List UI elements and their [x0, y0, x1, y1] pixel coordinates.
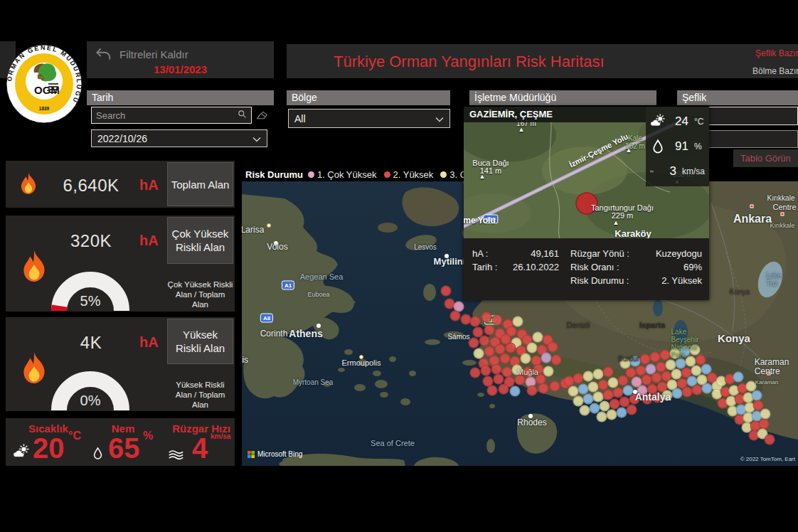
risk-point[interactable] [470, 316, 481, 327]
wind-icon [168, 447, 184, 466]
risk-point[interactable] [583, 371, 594, 382]
tarih-search-input[interactable] [92, 110, 238, 121]
risk-point[interactable] [670, 349, 681, 359]
link-bolme-bazinda[interactable]: Bölme Bazın [752, 66, 798, 76]
legend-item[interactable]: 1. Çok Yüksek [308, 169, 377, 180]
risk-point[interactable] [502, 367, 513, 378]
link-seflik-bazinda[interactable]: Şeflik Bazın [755, 48, 798, 58]
risk-point[interactable] [660, 350, 671, 361]
risk-point[interactable] [551, 355, 562, 366]
risk-point[interactable] [541, 353, 552, 363]
risk-point[interactable] [533, 364, 544, 375]
risk-point[interactable] [702, 383, 713, 394]
risk-point[interactable] [640, 354, 651, 365]
risk-point[interactable] [494, 374, 504, 385]
eraser-icon[interactable] [256, 110, 268, 121]
risk-point[interactable] [759, 419, 770, 430]
kpi-sublabel: Yüksek Riskli Alan / Toplam Alan [167, 380, 233, 410]
risk-point[interactable] [487, 385, 498, 396]
risk-point[interactable] [682, 387, 693, 398]
city-marker [528, 414, 533, 418]
risk-point[interactable] [461, 314, 472, 325]
clear-filters-label[interactable]: Filtreleri Kaldır [119, 48, 188, 60]
risk-point[interactable] [765, 435, 775, 445]
tooltip-stat-row: Rüzgar Yönü :Kuzeydogu [570, 248, 702, 259]
risk-point[interactable] [491, 364, 502, 375]
risk-point[interactable] [692, 385, 703, 395]
toplam-alan-button[interactable]: Toplam Alan [167, 162, 233, 206]
risk-point[interactable] [513, 316, 523, 327]
legend-label: 2. Yüksek [393, 169, 434, 180]
risk-point[interactable] [608, 378, 619, 388]
tarih-dropdown[interactable]: 2022/10/26 [91, 129, 267, 147]
risk-point[interactable] [617, 408, 627, 418]
stat-label: Risk Durumu : [570, 275, 629, 286]
risk-point[interactable] [450, 311, 461, 321]
peak-triangle-icon: ▲ [626, 147, 632, 154]
risk-point[interactable] [538, 383, 549, 394]
risk-point[interactable] [550, 381, 560, 392]
risk-point[interactable] [652, 393, 663, 403]
risk-point[interactable] [598, 380, 609, 390]
risk-point[interactable] [690, 345, 701, 356]
risk-point[interactable] [469, 338, 479, 349]
risk-point[interactable] [506, 343, 516, 353]
yuksek-riskli-alan-button[interactable]: Yüksek Riskli Alan [167, 319, 233, 364]
table-view-button[interactable]: Tablo Görün [733, 149, 798, 167]
stat-label: Tarih : [472, 262, 497, 272]
risk-point[interactable] [627, 405, 637, 415]
legend-dot [308, 171, 314, 178]
legend-item[interactable]: 2. Yüksek [384, 169, 434, 180]
risk-point[interactable] [580, 405, 590, 416]
risk-point[interactable] [597, 412, 607, 422]
risk-point[interactable] [512, 365, 523, 376]
risk-point[interactable] [500, 353, 511, 364]
road-shield: A8 [260, 314, 273, 323]
bolge-dropdown[interactable]: All [288, 109, 450, 128]
risk-point[interactable] [662, 390, 673, 401]
risk-point[interactable] [593, 369, 604, 380]
cok-yuksek-riskli-alan-button[interactable]: Çok Yüksek Riskli Alan [167, 217, 233, 264]
risk-point[interactable] [548, 342, 558, 353]
risk-point[interactable] [629, 394, 640, 405]
risk-point[interactable] [573, 373, 584, 384]
risk-point[interactable] [527, 343, 538, 353]
risk-point[interactable] [603, 367, 614, 378]
risk-point[interactable] [607, 410, 617, 420]
risk-point[interactable] [568, 386, 579, 397]
risk-point[interactable] [680, 346, 691, 357]
stat-value: Kuzeydogu [656, 248, 702, 259]
risk-point[interactable] [672, 388, 683, 399]
sun-cloud-icon [13, 444, 30, 464]
legend-label: 1. Çok Yüksek [317, 169, 377, 180]
page-title: Türkiye Orman Yangınları Risk Haritası [334, 53, 605, 71]
temp-unit: °C [68, 430, 81, 442]
risk-point[interactable] [752, 390, 762, 401]
risk-point[interactable] [642, 394, 653, 405]
risk-point[interactable] [527, 385, 538, 396]
wind-icon [650, 164, 654, 179]
risk-point[interactable] [521, 353, 531, 364]
peak-triangle-icon: ▲ [479, 173, 486, 180]
city-marker [767, 372, 771, 376]
risk-point[interactable] [481, 366, 491, 376]
risk-point[interactable] [492, 315, 503, 326]
risk-point[interactable] [760, 409, 771, 420]
risk-point[interactable] [650, 352, 661, 363]
risk-point[interactable] [441, 286, 452, 297]
risk-point[interactable] [510, 386, 521, 397]
risk-point[interactable] [482, 312, 492, 323]
risk-point[interactable] [578, 384, 589, 395]
risk-point[interactable] [470, 368, 481, 378]
risk-point[interactable] [484, 325, 495, 336]
kpi-sublabel: Çok Yüksek Riskli Alan / Toplam Alan [167, 280, 233, 309]
risk-point[interactable] [533, 332, 543, 343]
risk-point[interactable] [733, 372, 744, 383]
temp-value: 20 [33, 434, 65, 462]
risk-point[interactable] [515, 375, 526, 385]
risk-point[interactable] [474, 349, 484, 359]
risk-point[interactable] [588, 382, 599, 393]
city-marker [316, 324, 321, 328]
risk-point[interactable] [499, 384, 509, 395]
risk-point[interactable] [479, 336, 490, 346]
